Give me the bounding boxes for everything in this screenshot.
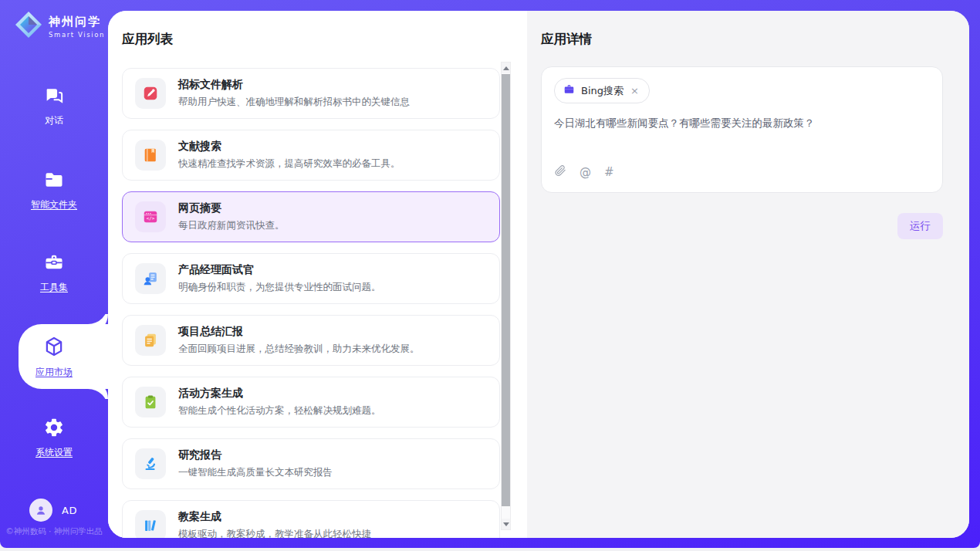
- sidebar-item-chat[interactable]: 对话: [0, 85, 108, 127]
- prompt-input[interactable]: 今日湖北有哪些新闻要点？有哪些需要关注的最新政策？: [554, 117, 930, 164]
- app-desc: 全面回顾项目进展，总结经验教训，助力未来优化发展。: [178, 343, 420, 356]
- app-name: 文献搜索: [178, 140, 400, 154]
- book-icon: [135, 140, 166, 171]
- microscope-icon: [135, 448, 166, 479]
- main-canvas: 应用列表 招标文件解析 帮助用户快速、准确地理解和解析招标书中的关键信息: [108, 11, 969, 538]
- books-icon: [135, 510, 166, 538]
- app-desc: 快速精准查找学术资源，提高研究效率的必备工具。: [178, 157, 400, 171]
- app-card-bid-parse[interactable]: 招标文件解析 帮助用户快速、准确地理解和解析招标书中的关键信息: [122, 68, 500, 119]
- app-name: 产品经理面试官: [178, 263, 381, 277]
- brand-logo: 神州问学 Smart Vision: [14, 10, 105, 42]
- sidebar-item-label: 应用市场: [0, 366, 108, 379]
- sidebar-item-toolset[interactable]: 工具集: [0, 252, 108, 294]
- svg-text:</>: </>: [147, 215, 155, 221]
- toolbox-icon: [43, 262, 65, 276]
- app-desc: 一键智能生成高质量长文本研究报告: [178, 466, 333, 479]
- gear-icon: [43, 427, 65, 441]
- sidebar: 神州问学 Smart Vision 对话 智能文件夹: [0, 0, 108, 548]
- paperclip-icon[interactable]: [554, 164, 566, 180]
- app-detail-panel: 应用详情 Bing搜索 × 今日湖北有哪些新闻要点？有哪些需要关注的最新政策？: [527, 11, 969, 538]
- sidebar-item-app-market[interactable]: 应用市场: [0, 335, 108, 379]
- scroll-up-button[interactable]: [502, 63, 510, 73]
- app-name: 招标文件解析: [178, 78, 410, 92]
- sidebar-item-label: 系统设置: [0, 446, 108, 459]
- prompt-card: Bing搜索 × 今日湖北有哪些新闻要点？有哪些需要关注的最新政策？ @ #: [541, 66, 943, 193]
- briefcase-icon: [563, 83, 575, 98]
- scrollbar-thumb[interactable]: [502, 74, 510, 506]
- sidebar-item-label: 智能文件夹: [0, 198, 108, 211]
- app-list-title: 应用列表: [122, 31, 500, 48]
- folder-icon: [43, 179, 65, 194]
- brand-diamond-icon: [14, 10, 43, 42]
- app-desc: 模板驱动，教案秒成，教学准备从此轻松快捷: [178, 528, 371, 538]
- app-name: 研究报告: [178, 448, 333, 462]
- app-card-pm-interviewer[interactable]: 产品经理面试官 明确身份和职责，为您提供专业性的面试问题。: [122, 253, 500, 304]
- app-desc: 帮助用户快速、准确地理解和解析招标书中的关键信息: [178, 96, 410, 109]
- clipboard-check-icon: [135, 387, 166, 417]
- app-card-web-summary[interactable]: </> 网页摘要 每日政府新闻资讯快查。: [122, 191, 500, 242]
- brand-name: 神州问学: [49, 15, 105, 29]
- run-button[interactable]: 运行: [897, 213, 943, 239]
- avatar: [29, 499, 52, 522]
- app-card-literature-search[interactable]: 文献搜索 快速精准查找学术资源，提高研究效率的必备工具。: [122, 130, 500, 181]
- app-frame: 神州问学 Smart Vision 对话 智能文件夹: [0, 0, 980, 548]
- app-name: 活动方案生成: [178, 387, 381, 401]
- app-desc: 智能生成个性化活动方案，轻松解决规划难题。: [178, 404, 381, 417]
- browser-code-icon: </>: [135, 201, 166, 232]
- app-card-research-report[interactable]: 研究报告 一键智能生成高质量长文本研究报告: [122, 438, 500, 489]
- sidebar-item-label: 工具集: [0, 281, 108, 294]
- tool-tag-bing-search[interactable]: Bing搜索 ×: [554, 78, 650, 103]
- cube-icon: [42, 346, 66, 361]
- user-account[interactable]: AD: [29, 499, 77, 522]
- at-mention-icon[interactable]: @: [580, 165, 591, 179]
- run-row: 运行: [541, 213, 943, 239]
- close-icon[interactable]: ×: [630, 86, 640, 96]
- copyright-footer: ©神州数码 · 神州问学出品: [0, 526, 108, 537]
- stacked-docs-icon: [135, 325, 166, 356]
- app-name: 网页摘要: [178, 201, 285, 215]
- app-list-panel: 应用列表 招标文件解析 帮助用户快速、准确地理解和解析招标书中的关键信息: [108, 11, 527, 538]
- tool-tag-label: Bing搜索: [581, 84, 623, 98]
- scroll-down-button[interactable]: [502, 519, 510, 529]
- app-detail-title: 应用详情: [541, 31, 943, 48]
- app-desc: 明确身份和职责，为您提供专业性的面试问题。: [178, 281, 381, 294]
- sidebar-item-smart-folder[interactable]: 智能文件夹: [0, 169, 108, 211]
- pen-square-icon: [135, 78, 166, 109]
- hashtag-icon[interactable]: #: [604, 165, 614, 179]
- app-card-project-summary[interactable]: 项目总结汇报 全面回顾项目进展，总结经验教训，助力未来优化发展。: [122, 315, 500, 366]
- input-toolbar: @ #: [554, 164, 930, 181]
- brand-subtitle: Smart Vision: [49, 31, 105, 39]
- app-desc: 每日政府新闻资讯快查。: [178, 219, 285, 232]
- user-name: AD: [62, 505, 77, 516]
- app-name: 项目总结汇报: [178, 325, 420, 339]
- app-card-event-plan[interactable]: 活动方案生成 智能生成个性化活动方案，轻松解决规划难题。: [122, 377, 500, 428]
- chat-bubbles-icon: [43, 95, 65, 110]
- interviewer-doc-icon: [135, 263, 166, 294]
- app-list-scrollbar[interactable]: [501, 62, 511, 530]
- sidebar-item-label: 对话: [0, 114, 108, 127]
- app-card-lesson-plan[interactable]: 教案生成 模板驱动，教案秒成，教学准备从此轻松快捷: [122, 500, 500, 538]
- sidebar-item-settings[interactable]: 系统设置: [0, 417, 108, 459]
- app-name: 教案生成: [178, 510, 371, 524]
